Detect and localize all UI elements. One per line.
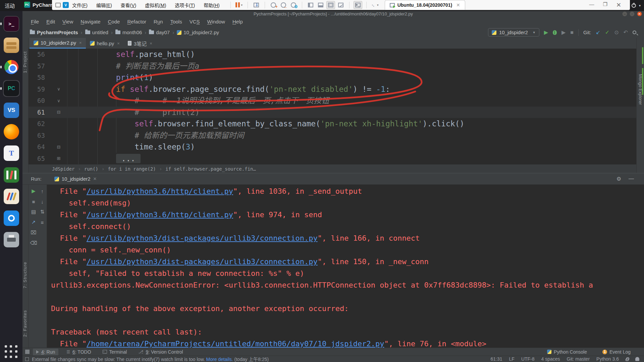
close-button[interactable]: ✕ [616, 1, 621, 9]
autofit-button[interactable]: ↔▾ [371, 1, 379, 9]
toolwindow-button-Python Console[interactable]: Python Console [544, 349, 590, 355]
editor-tab-hello.py[interactable]: hello.py× [86, 38, 124, 49]
close-button[interactable]: ✕ [637, 11, 642, 16]
hide-panel-icon[interactable]: — [629, 176, 634, 182]
app-menu-button[interactable]: PC PyCharm [24, 2, 55, 8]
tab-close-icon[interactable]: × [79, 40, 82, 45]
maximize-button[interactable]: ❐ [603, 1, 607, 9]
dock-vscode[interactable]: VS [3, 102, 20, 119]
toolwindow-button-4: Run[interactable]: 4: Run [33, 349, 58, 355]
editor-crumb[interactable]: run() [84, 166, 98, 172]
editor-tab-10_jdspider2.py[interactable]: 10_jdspider2.py× [30, 38, 86, 49]
dock-printer[interactable] [3, 231, 20, 248]
revert-snapshot-button[interactable]: ← [279, 1, 288, 9]
lock-icon[interactable] [626, 359, 629, 361]
git-update-button[interactable]: ↙ [596, 29, 600, 36]
dock-terminal[interactable]: >_ [3, 15, 20, 32]
print-icon[interactable]: ⌧ [30, 229, 37, 236]
status-item-61[interactable]: 61:31 [490, 356, 502, 362]
pin-icon[interactable]: ↗ [30, 219, 37, 226]
run-button[interactable]: ▶ [544, 29, 548, 36]
tab-close-icon[interactable]: × [150, 41, 152, 46]
pause-button[interactable]: ▾ [235, 1, 244, 9]
menu-help[interactable]: Help [229, 17, 247, 26]
tool-window-switcher-icon[interactable] [25, 350, 30, 354]
toolwindow-button-6: TODO[interactable]: ☰6: TODO [63, 349, 94, 355]
toolbar-pin-icon[interactable] [55, 3, 61, 7]
status-item-Python 3.6[interactable]: Python 3.6 [596, 356, 619, 362]
clear-all-icon[interactable]: ⌫ [30, 239, 37, 247]
code-editor[interactable]: 56 self.parse_html()57 # 判断是否为最后一页a58 pr… [29, 49, 636, 164]
vm-menu-查看(V)[interactable]: 查看(V) [121, 2, 137, 8]
toolwindow-button-Event Log[interactable]: 1Event Log [599, 349, 634, 355]
vm-menu-选项卡(T)[interactable]: 选项卡(T) [175, 2, 195, 8]
status-item-UTF-8[interactable]: UTF-8 [521, 356, 535, 362]
tab-close-icon[interactable]: × [117, 41, 120, 46]
stack-trace-link[interactable]: /usr/lib/python3.6/http/client.py [87, 210, 233, 219]
editor-crumb[interactable]: for i in range(2) [108, 166, 156, 172]
code-line-61[interactable]: 61⊟ # print(2) [29, 107, 636, 118]
dock-chrome[interactable] [3, 59, 20, 75]
soft-wrap-icon[interactable]: ⇅ [39, 208, 46, 216]
breadcrumb-item[interactable]: untitled [85, 29, 108, 35]
run-panel-tab[interactable]: 10_jdspider2 ✕ [54, 176, 97, 182]
status-item-4 spaces[interactable]: 4 spaces [541, 356, 560, 362]
menu-vcs[interactable]: VCS [186, 17, 204, 26]
code-line-56[interactable]: 56 self.parse_html() [29, 49, 636, 60]
menu-code[interactable]: Code [104, 17, 124, 26]
code-line-63[interactable]: 63 # 给新的一页元素加载预留时间 [29, 130, 636, 141]
stack-trace-link[interactable]: /usr/lib/python3.6/http/client.py [87, 187, 233, 195]
rerun-icon[interactable]: ▶ [30, 187, 37, 195]
tool-button-structure[interactable]: 7: Structure [22, 262, 28, 288]
dock-files[interactable] [3, 37, 20, 54]
fold-marker[interactable]: ⊟ [50, 144, 67, 149]
manage-snapshots-button[interactable]: ⚙ [289, 1, 298, 9]
dock-books[interactable] [3, 167, 20, 183]
run-tab-close-icon[interactable]: ✕ [93, 176, 97, 181]
breadcrumb-item[interactable]: 10_jdspider2.py [177, 29, 219, 35]
dock-brushes[interactable] [3, 188, 20, 205]
stack-trace-link[interactable]: /home/tarena/PycharmProjects/untitled/mo… [87, 340, 384, 348]
stack-trace-link[interactable]: /usr/lib/python3/dist-packages/urllib3/c… [87, 257, 318, 266]
editor-crumb[interactable]: JdSpider [52, 166, 74, 172]
menu-edit[interactable]: Edit [43, 17, 59, 26]
run-configuration-select[interactable]: 10_jdspider2 ▼ [488, 28, 539, 37]
tool-button-favorites[interactable]: 2: Favorites [22, 310, 28, 337]
menu-run[interactable]: Run [150, 17, 167, 26]
fold-marker[interactable]: ⊞ [50, 156, 67, 161]
hector-icon[interactable] [635, 357, 639, 361]
show-applications-button[interactable] [5, 345, 18, 359]
menu-refactor[interactable]: Refactor [123, 17, 150, 26]
vm-menu-文件(F)[interactable]: 文件(F) [72, 2, 88, 8]
stack-trace-link[interactable]: /usr/lib/python3/dist-packages/urllib3/c… [87, 234, 318, 242]
run-coverage-button[interactable]: ▶ [561, 29, 566, 36]
show-thumbnail-bar-button[interactable] [316, 1, 325, 9]
dock-typora[interactable]: T [3, 145, 20, 162]
minimize-button[interactable]: – [622, 11, 627, 16]
send-ctrl-alt-del-button[interactable]: ⇩ [252, 1, 261, 9]
git-commit-button[interactable]: ✓ [605, 29, 609, 36]
tool-button-project[interactable]: 1: Project [22, 51, 28, 73]
toolwindow-button-Terminal[interactable]: >_Terminal [99, 349, 130, 355]
vm-tab-close-icon[interactable]: ✕ [456, 2, 460, 8]
fold-marker[interactable]: ⊟ [50, 110, 67, 115]
console-view-button[interactable]: >_ [354, 1, 362, 9]
dock-camera[interactable] [3, 210, 20, 227]
code-line-62[interactable]: 62 self.browser.find_element_by_class_na… [29, 118, 636, 130]
breadcrumb-item[interactable]: day07 [149, 29, 170, 35]
search-everywhere-button[interactable] [633, 31, 636, 34]
vm-tab[interactable]: Ubuntu_18.04(20200701) ✕ [385, 0, 465, 10]
editor-crumb[interactable]: if self.browser.page_source.fin… [165, 166, 256, 172]
show-library-button[interactable] [306, 1, 315, 9]
breadcrumb-item[interactable]: month06 [115, 29, 142, 35]
fold-marker[interactable]: ∨ [50, 86, 67, 92]
code-line-60[interactable]: 60∨ # # -1说明没找到,不是最后一页,点击下一页按钮 [29, 95, 636, 107]
menu-window[interactable]: Window [204, 17, 229, 26]
stop-icon[interactable]: ■ [30, 198, 37, 205]
editor-tab-3笔记[interactable]: 3笔记× [124, 38, 156, 49]
menu-view[interactable]: View [59, 17, 77, 26]
code-line-59[interactable]: 59∨ if self.browser.page_source.find('pn… [29, 83, 636, 95]
minimize-button[interactable]: — [589, 1, 594, 9]
pycharm-titlebar[interactable]: PycharmProjects [~/PycharmProjects] - ..… [22, 11, 644, 16]
vm-menu-编辑(E)[interactable]: 编辑(E) [96, 2, 112, 8]
